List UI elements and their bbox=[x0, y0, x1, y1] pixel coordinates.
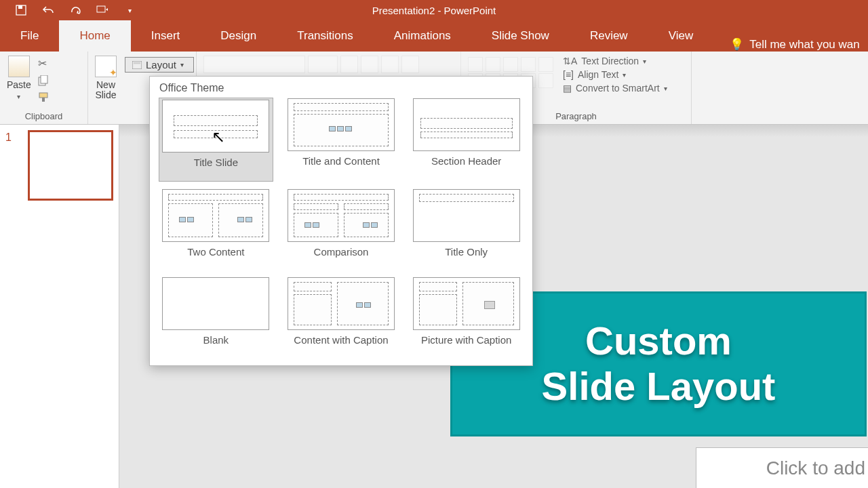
tab-animations[interactable]: Animations bbox=[374, 20, 471, 52]
undo-icon[interactable] bbox=[42, 4, 54, 16]
svg-rect-4 bbox=[41, 75, 47, 83]
slide-placeholder-text[interactable]: Click to add bbox=[696, 447, 868, 488]
tab-view[interactable]: View bbox=[648, 20, 714, 52]
layout-section-header[interactable]: Section Header bbox=[410, 98, 523, 181]
chevron-down-icon: ▾ bbox=[664, 85, 667, 92]
convert-smartart-button[interactable]: ▤Convert to SmartArt▾ bbox=[563, 83, 667, 94]
layout-content-with-caption[interactable]: Content with Caption bbox=[285, 277, 398, 357]
banner-line1: Custom bbox=[585, 319, 732, 364]
banner-line2: Slide Layout bbox=[542, 364, 776, 409]
text-direction-icon: ⇅A bbox=[563, 56, 577, 66]
tab-slide-show[interactable]: Slide Show bbox=[471, 20, 570, 52]
svg-rect-1 bbox=[18, 5, 22, 9]
slide-thumbnail-1[interactable] bbox=[28, 130, 113, 201]
ribbon-tabs: File Home Insert Design Transitions Anim… bbox=[0, 20, 868, 52]
layout-picture-with-caption[interactable]: Picture with Caption bbox=[410, 277, 523, 357]
layout-comparison[interactable]: Comparison bbox=[285, 189, 398, 269]
clipboard-icon bbox=[8, 56, 30, 77]
layout-button-label: Layout bbox=[146, 59, 176, 70]
redo-icon[interactable] bbox=[69, 4, 81, 16]
layout-button[interactable]: Layout ▾ bbox=[125, 57, 194, 73]
layout-title-and-content[interactable]: Title and Content bbox=[285, 98, 398, 181]
tell-me-label: Tell me what you wan bbox=[749, 38, 860, 52]
svg-rect-6 bbox=[42, 98, 45, 102]
slide-number: 1 bbox=[5, 131, 12, 201]
tell-me-search[interactable]: 💡 Tell me what you wan bbox=[713, 37, 860, 52]
layout-title-slide[interactable]: Title Slide bbox=[159, 98, 273, 181]
layout-gallery: Office Theme Title Slide Title and Conte… bbox=[149, 76, 533, 366]
chevron-down-icon: ▾ bbox=[643, 58, 646, 65]
chevron-down-icon: ▾ bbox=[623, 71, 626, 79]
tab-design[interactable]: Design bbox=[200, 20, 277, 52]
lightbulb-icon: 💡 bbox=[730, 37, 744, 52]
layout-icon bbox=[132, 61, 142, 69]
svg-rect-9 bbox=[134, 65, 140, 68]
group-label-clipboard: Clipboard bbox=[7, 108, 81, 123]
slide-thumbnails-panel[interactable]: 1 bbox=[0, 125, 119, 488]
cut-icon[interactable]: ✂ bbox=[38, 57, 49, 70]
copy-icon[interactable] bbox=[38, 75, 49, 86]
group-drawing bbox=[692, 52, 868, 124]
title-bar: ▾ Presentation2 - PowerPoint bbox=[0, 0, 868, 20]
qat-customize-icon[interactable]: ▾ bbox=[123, 4, 136, 16]
align-text-button[interactable]: [≡]Align Text▾ bbox=[563, 69, 667, 80]
group-clipboard: Paste ▾ ✂ Clipboard bbox=[0, 52, 88, 124]
layout-blank[interactable]: Blank bbox=[159, 277, 273, 357]
gallery-header: Office Theme bbox=[150, 77, 532, 98]
new-slide-icon: ✦ bbox=[95, 56, 117, 77]
new-slide-button[interactable]: ✦ New Slide bbox=[95, 56, 117, 101]
chevron-down-icon: ▾ bbox=[180, 61, 184, 68]
text-direction-button[interactable]: ⇅AText Direction▾ bbox=[563, 56, 667, 66]
paste-button[interactable]: Paste ▾ bbox=[7, 56, 31, 100]
tab-home[interactable]: Home bbox=[59, 20, 130, 52]
save-icon[interactable] bbox=[15, 4, 27, 16]
format-painter-icon[interactable] bbox=[38, 92, 49, 102]
layout-two-content[interactable]: Two Content bbox=[159, 189, 273, 269]
svg-rect-2 bbox=[97, 6, 105, 12]
layout-title-only[interactable]: Title Only bbox=[410, 189, 523, 269]
tab-file[interactable]: File bbox=[0, 20, 59, 52]
tab-transitions[interactable]: Transitions bbox=[277, 20, 374, 52]
start-from-beginning-icon[interactable] bbox=[96, 4, 108, 16]
tab-review[interactable]: Review bbox=[570, 20, 648, 52]
svg-rect-5 bbox=[39, 93, 47, 98]
quick-access-toolbar: ▾ bbox=[0, 0, 136, 20]
smartart-icon: ▤ bbox=[563, 83, 572, 94]
chevron-down-icon: ▾ bbox=[17, 93, 20, 100]
svg-rect-8 bbox=[134, 62, 140, 64]
align-text-icon: [≡] bbox=[563, 69, 574, 80]
tab-insert[interactable]: Insert bbox=[131, 20, 201, 52]
